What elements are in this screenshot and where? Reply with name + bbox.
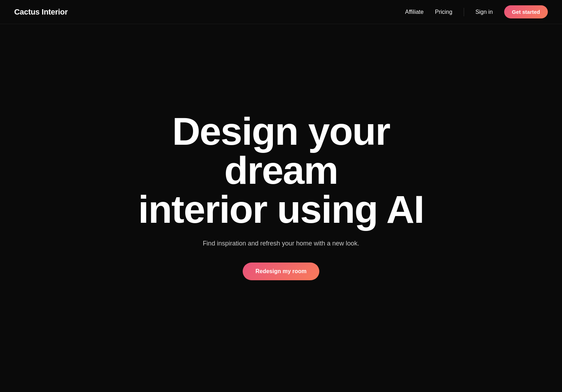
nav-link-pricing[interactable]: Pricing	[435, 9, 452, 15]
navbar: Cactus Interior Affiliate Pricing Sign i…	[0, 0, 562, 24]
hero-subtitle: Find inspiration and refresh your home w…	[203, 239, 359, 248]
nav-logo[interactable]: Cactus Interior	[14, 7, 68, 17]
nav-right: Affiliate Pricing Sign in Get started	[405, 5, 548, 18]
hero-section: Design your dream interior using AI Find…	[0, 0, 562, 392]
hero-title-line1: Design your dream	[172, 109, 390, 192]
nav-link-affiliate[interactable]: Affiliate	[405, 9, 424, 15]
get-started-button[interactable]: Get started	[504, 5, 548, 18]
redesign-room-button[interactable]: Redesign my room	[243, 263, 319, 280]
nav-divider	[464, 8, 464, 16]
signin-link[interactable]: Sign in	[475, 9, 493, 15]
hero-title: Design your dream interior using AI	[121, 112, 441, 229]
hero-title-line2: interior using AI	[138, 187, 424, 231]
